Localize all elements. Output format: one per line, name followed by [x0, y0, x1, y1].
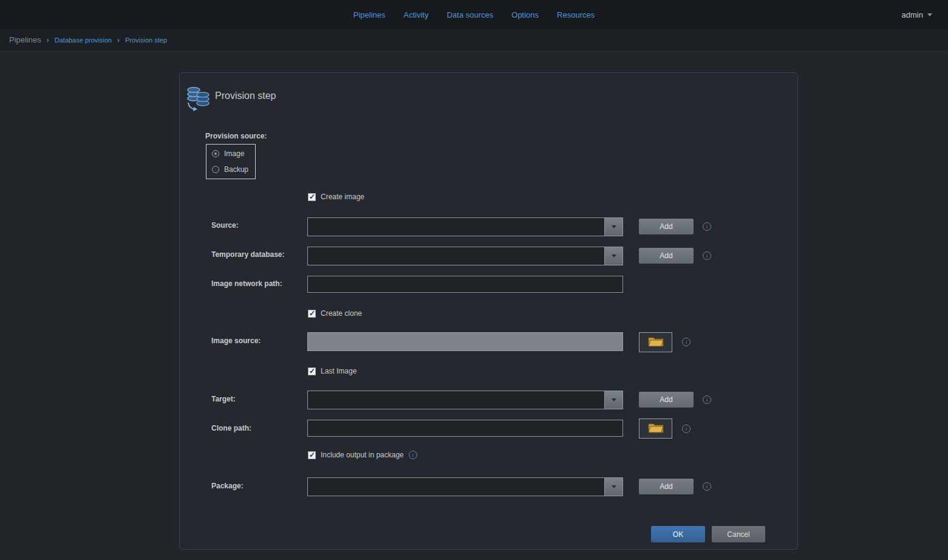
clone-path-browse-button[interactable]	[639, 418, 672, 439]
provision-source-group: Image Backup	[206, 144, 256, 179]
source-combobox-value	[308, 218, 604, 236]
nav-pipelines[interactable]: Pipelines	[353, 10, 386, 19]
breadcrumb-separator-icon	[47, 36, 49, 44]
user-menu[interactable]: admin	[902, 0, 932, 29]
page-title: Provision step	[215, 90, 276, 101]
add-temporary-database-button[interactable]: Add	[639, 248, 694, 264]
chevron-down-icon	[927, 13, 932, 16]
include-output-label: Include output in package	[321, 451, 404, 459]
radio-option-backup[interactable]: Backup	[212, 165, 248, 174]
clone-path-input[interactable]	[307, 420, 623, 437]
add-package-button[interactable]: Add	[639, 479, 694, 494]
database-provision-icon	[186, 83, 211, 115]
add-source-button[interactable]: Add	[639, 219, 694, 234]
package-label: Package:	[211, 482, 244, 490]
radio-backup-label: Backup	[224, 165, 248, 174]
nav-resources[interactable]: Resources	[557, 10, 595, 19]
breadcrumb-separator-icon	[117, 36, 120, 44]
source-label: Source:	[211, 221, 239, 230]
folder-icon	[648, 335, 664, 349]
temporary-database-label: Temporary database:	[211, 250, 285, 259]
image-network-path-label: Image network path:	[211, 279, 282, 288]
target-combobox[interactable]	[307, 391, 623, 409]
provision-source-label: Provision source:	[205, 132, 267, 140]
create-clone-label: Create clone	[321, 309, 362, 318]
source-combobox[interactable]	[307, 217, 623, 236]
temporary-database-combobox-value	[308, 247, 604, 265]
image-source-browse-button[interactable]	[639, 332, 672, 352]
include-output-checkbox[interactable]	[308, 451, 316, 459]
package-dropdown-arrow-icon[interactable]	[604, 478, 622, 496]
temporary-database-dropdown-arrow-icon[interactable]	[604, 247, 622, 265]
last-image-row: Last Image	[308, 367, 356, 375]
package-combobox-value	[308, 478, 604, 496]
image-source-info-icon[interactable]	[682, 338, 691, 346]
create-image-row: Create image	[308, 193, 364, 201]
nav-options[interactable]: Options	[511, 10, 539, 19]
clone-path-info-icon[interactable]	[682, 425, 691, 433]
create-image-checkbox[interactable]	[308, 193, 316, 201]
breadcrumb-pipelines[interactable]: Pipelines	[9, 35, 41, 44]
target-dropdown-arrow-icon[interactable]	[604, 391, 622, 409]
breadcrumb-database-provision[interactable]: Database provision	[55, 36, 112, 44]
package-combobox[interactable]	[307, 477, 623, 496]
cancel-button[interactable]: Cancel	[712, 526, 765, 542]
top-bar: Pipelines Activity Data sources Options …	[0, 0, 948, 29]
radio-option-image[interactable]: Image	[212, 149, 244, 158]
create-clone-row: Create clone	[308, 309, 362, 318]
image-source-label: Image source:	[211, 336, 261, 345]
target-combobox-value	[308, 391, 604, 409]
provision-step-panel: Provision step Provision source: Image B…	[179, 72, 798, 550]
create-image-label: Create image	[321, 193, 364, 201]
temporary-database-combobox[interactable]	[307, 247, 623, 265]
radio-image[interactable]	[212, 150, 219, 157]
last-image-checkbox[interactable]	[308, 367, 316, 375]
radio-backup[interactable]	[212, 166, 219, 173]
temporary-database-info-icon[interactable]	[703, 251, 711, 260]
user-name: admin	[902, 10, 923, 19]
target-label: Target:	[211, 395, 236, 403]
add-target-button[interactable]: Add	[639, 392, 694, 408]
package-info-icon[interactable]	[703, 482, 711, 491]
source-dropdown-arrow-icon[interactable]	[604, 218, 622, 236]
image-source-input	[307, 332, 623, 351]
nav-activity[interactable]: Activity	[404, 10, 429, 19]
main-nav: Pipelines Activity Data sources Options …	[0, 0, 948, 29]
create-clone-checkbox[interactable]	[308, 310, 316, 318]
clone-path-label: Clone path:	[211, 424, 251, 432]
breadcrumb: Pipelines Database provision Provision s…	[0, 29, 948, 51]
include-output-info-icon[interactable]	[409, 451, 417, 459]
nav-data-sources[interactable]: Data sources	[447, 10, 494, 19]
folder-icon	[648, 422, 664, 435]
target-info-icon[interactable]	[703, 395, 711, 404]
ok-button[interactable]: OK	[651, 526, 705, 542]
include-output-row: Include output in package	[308, 451, 417, 459]
last-image-label: Last Image	[321, 367, 356, 375]
breadcrumb-provision-step[interactable]: Provision step	[125, 36, 167, 44]
image-network-path-input[interactable]	[307, 276, 623, 293]
radio-image-label: Image	[224, 149, 244, 158]
source-info-icon[interactable]	[703, 222, 711, 231]
